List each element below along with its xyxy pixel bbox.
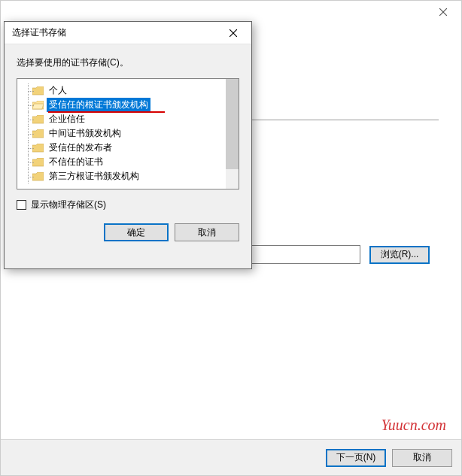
checkbox-label: 显示物理存储区(S) bbox=[31, 199, 106, 211]
tree-item-label: 企业信任 bbox=[47, 112, 87, 126]
tree-connector bbox=[28, 91, 34, 92]
folder-icon bbox=[32, 129, 44, 138]
watermark-text: Yuucn.com bbox=[381, 417, 446, 434]
tree-item-label: 受信任的根证书颁发机构 bbox=[47, 98, 150, 112]
tree-item-label: 个人 bbox=[47, 83, 69, 98]
next-button[interactable]: 下一页(N) bbox=[326, 449, 386, 467]
tree-scrollbar[interactable] bbox=[226, 79, 239, 189]
tree-item-trusted-root[interactable]: 受信任的根证书颁发机构 bbox=[22, 98, 239, 112]
certificate-store-tree: 个人 受信任的根证书颁发机构 企业信任 中间证书颁发机构 bbox=[17, 78, 239, 189]
browse-button[interactable]: 浏览(R)... bbox=[369, 246, 430, 264]
tree-connector bbox=[28, 134, 34, 135]
folder-icon bbox=[32, 86, 44, 96]
tree-item-third-party-root[interactable]: 第三方根证书颁发机构 bbox=[22, 169, 239, 183]
modal-cancel-button[interactable]: 取消 bbox=[175, 223, 239, 241]
close-icon bbox=[439, 8, 447, 16]
folder-icon bbox=[32, 172, 44, 181]
modal-titlebar: 选择证书存储 bbox=[5, 22, 251, 44]
tree-item-intermediate-ca[interactable]: 中间证书颁发机构 bbox=[22, 126, 239, 141]
tree-item-label: 中间证书颁发机构 bbox=[47, 126, 123, 141]
tree-list: 个人 受信任的根证书颁发机构 企业信任 中间证书颁发机构 bbox=[17, 79, 239, 188]
modal-title: 选择证书存储 bbox=[12, 26, 66, 39]
tree-item-trusted-publishers[interactable]: 受信任的发布者 bbox=[22, 141, 239, 155]
modal-body: 选择要使用的证书存储(C)。 个人 受信任的根证书颁发机构 企业 bbox=[5, 44, 251, 219]
tree-item-label: 不信任的证书 bbox=[47, 155, 105, 169]
tree-item-personal[interactable]: 个人 bbox=[22, 83, 239, 98]
tree-connector bbox=[28, 177, 34, 177]
tree-scrollbar-thumb[interactable] bbox=[226, 79, 239, 169]
modal-instruction: 选择要使用的证书存储(C)。 bbox=[17, 56, 239, 69]
wizard-close-button[interactable] bbox=[425, 1, 461, 23]
show-physical-stores-checkbox[interactable]: 显示物理存储区(S) bbox=[17, 199, 239, 211]
tree-connector bbox=[28, 120, 34, 120]
tree-item-label: 受信任的发布者 bbox=[47, 141, 114, 155]
modal-close-button[interactable] bbox=[217, 23, 250, 44]
folder-icon bbox=[32, 158, 44, 167]
tree-connector bbox=[28, 105, 34, 106]
tree-connector bbox=[28, 148, 34, 149]
folder-icon bbox=[32, 115, 44, 124]
folder-open-icon bbox=[32, 101, 44, 110]
tree-item-enterprise-trust[interactable]: 企业信任 bbox=[22, 112, 239, 126]
modal-button-row: 确定 取消 bbox=[5, 223, 251, 253]
wizard-cancel-button[interactable]: 取消 bbox=[392, 449, 452, 467]
tree-item-label: 第三方根证书颁发机构 bbox=[47, 169, 141, 183]
wizard-footer: 下一页(N) 取消 bbox=[1, 439, 461, 475]
select-certificate-store-dialog: 选择证书存储 选择要使用的证书存储(C)。 个人 受信任的根证书颁发机构 bbox=[4, 21, 252, 269]
checkbox-box bbox=[17, 200, 26, 210]
ok-button[interactable]: 确定 bbox=[104, 223, 169, 241]
folder-icon bbox=[32, 144, 44, 153]
close-icon bbox=[229, 29, 237, 37]
tree-connector bbox=[28, 162, 34, 163]
tree-item-untrusted-certs[interactable]: 不信任的证书 bbox=[22, 155, 239, 169]
